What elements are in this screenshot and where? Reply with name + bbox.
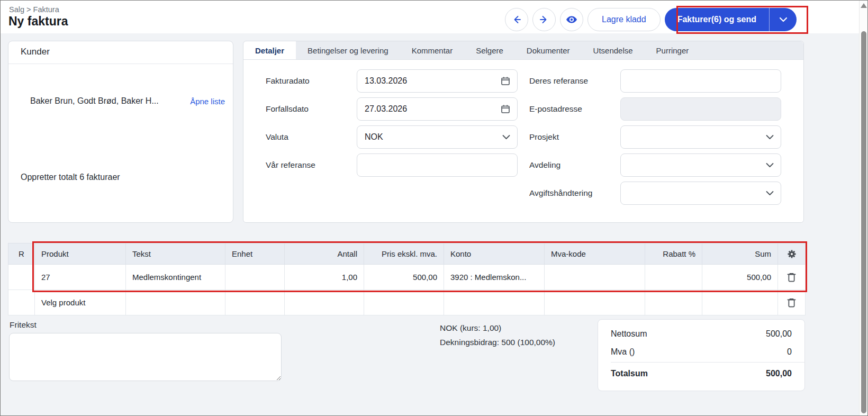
lines-header-row: R Produkt Tekst Enhet Antall Pris ekskl.… <box>8 243 806 265</box>
cell-antall[interactable] <box>285 290 364 315</box>
chevron-down-icon <box>766 191 774 196</box>
cell-mva-kode[interactable] <box>545 265 645 290</box>
new-line-row[interactable]: Velg produkt <box>8 290 806 315</box>
tab-detaljer[interactable]: Detaljer <box>243 41 296 59</box>
eye-icon <box>565 13 578 26</box>
col-header-konto: Konto <box>444 243 545 265</box>
arrow-left-icon <box>511 14 522 25</box>
back-button[interactable] <box>505 8 528 31</box>
vat-label: Mva () <box>611 347 635 357</box>
cell-produkt[interactable]: 27 <box>35 265 126 290</box>
gear-icon[interactable] <box>784 249 799 259</box>
fritekst-textarea[interactable] <box>9 333 282 381</box>
department-label: Avdeling <box>529 160 620 170</box>
chevron-down-icon <box>766 163 774 168</box>
chevron-down-icon <box>766 135 774 140</box>
cell-rabatt[interactable] <box>645 265 702 290</box>
tax-handling-label: Avgiftshåndtering <box>529 188 620 198</box>
cell-antall[interactable]: 1,00 <box>285 265 364 290</box>
customer-names: Baker Brun, Godt Brød, Baker H... <box>30 96 159 106</box>
cell-sum[interactable]: 500,00 <box>702 265 778 290</box>
invoice-count-note: Oppretter totalt 6 fakturaer <box>21 173 120 182</box>
our-reference-input[interactable] <box>365 160 496 170</box>
scrollbar-thumb[interactable] <box>861 31 866 413</box>
their-reference-label: Deres referanse <box>529 76 620 86</box>
cell-enhet[interactable] <box>225 290 285 315</box>
invoice-line-row[interactable]: 27 Medlemskontingent 1,00 500,00 3920 : … <box>8 265 806 290</box>
cell-tekst[interactable] <box>126 290 225 315</box>
save-draft-button[interactable]: Lagre kladd <box>587 8 661 31</box>
header-toolbar: Lagre kladd Fakturer(6) og send <box>505 8 797 31</box>
trash-icon[interactable] <box>784 297 799 308</box>
their-reference-field[interactable] <box>620 69 781 93</box>
col-header-enhet: Enhet <box>225 243 285 265</box>
cell-r <box>8 265 35 290</box>
trash-icon[interactable] <box>784 272 799 283</box>
customers-card: Kunder Baker Brun, Godt Brød, Baker H...… <box>8 41 233 223</box>
tab-utsendelse[interactable]: Utsendelse <box>582 41 645 59</box>
customers-heading: Kunder <box>8 41 233 64</box>
invoice-send-split-button: Fakturer(6) og send <box>665 8 797 31</box>
cell-r <box>8 290 35 315</box>
our-reference-field[interactable] <box>357 153 518 177</box>
page-title: Ny faktura <box>8 14 68 29</box>
due-date-field[interactable] <box>357 97 518 121</box>
totals-card: Nettosum 500,00 Mva () 0 Totalsum 500,00 <box>598 319 805 391</box>
col-header-sum: Sum <box>702 243 778 265</box>
department-select[interactable] <box>620 153 781 177</box>
cell-konto[interactable] <box>444 290 545 315</box>
contribution-margin-info: Dekningsbidrag: 500 (100,00%) <box>440 338 555 347</box>
arrow-right-icon <box>539 14 549 25</box>
form-column-left: Fakturadato Forfallsdato <box>266 69 518 177</box>
totals-divider <box>611 362 804 363</box>
details-tabbar: Detaljer Betingelser og levering Komment… <box>243 41 803 60</box>
email-input <box>628 104 760 114</box>
cell-produkt-placeholder[interactable]: Velg produkt <box>35 290 126 315</box>
scrollbar-up-arrow[interactable] <box>861 3 867 8</box>
netsum-row: Nettosum 500,00 <box>598 325 804 343</box>
currency-select[interactable]: NOK <box>357 125 518 149</box>
email-label: E-postadresse <box>529 104 620 114</box>
cell-enhet[interactable] <box>225 265 285 290</box>
preview-button[interactable] <box>560 8 583 31</box>
tab-purringer[interactable]: Purringer <box>645 41 701 59</box>
breadcrumb[interactable]: Salg > Faktura <box>9 5 59 14</box>
cell-sum[interactable] <box>702 290 778 315</box>
project-select[interactable] <box>620 125 781 149</box>
invoice-date-field[interactable] <box>357 69 518 93</box>
netsum-label: Nettosum <box>611 329 647 339</box>
cell-mva-kode[interactable] <box>545 290 645 315</box>
col-header-produkt: Produkt <box>35 243 126 265</box>
tab-betingelser-og-levering[interactable]: Betingelser og levering <box>296 41 400 59</box>
forward-button[interactable] <box>532 8 556 31</box>
their-reference-input[interactable] <box>628 76 760 86</box>
due-date-input[interactable] <box>365 104 496 114</box>
invoice-send-dropdown-button[interactable] <box>769 8 797 31</box>
chevron-down-icon <box>779 17 788 22</box>
cell-tekst[interactable]: Medlemskontingent <box>126 265 225 290</box>
our-reference-label: Vår referanse <box>266 160 357 170</box>
project-label: Prosjekt <box>529 132 620 142</box>
tab-dokumenter[interactable]: Dokumenter <box>515 41 582 59</box>
invoice-date-input[interactable] <box>365 76 496 86</box>
calendar-icon[interactable] <box>501 76 510 86</box>
cell-pris[interactable] <box>364 290 444 315</box>
invoice-send-button[interactable]: Fakturer(6) og send <box>665 8 769 31</box>
tax-handling-select[interactable] <box>620 182 781 205</box>
totalsum-label: Totalsum <box>611 369 648 378</box>
calendar-icon[interactable] <box>501 104 510 114</box>
page-header: Salg > Faktura Ny faktura <box>1 1 860 33</box>
currency-value: NOK <box>365 132 383 142</box>
details-form-panel: Fakturadato Forfallsdato <box>243 60 803 222</box>
tab-selgere[interactable]: Selgere <box>464 41 515 59</box>
currency-label: Valuta <box>266 132 357 142</box>
page-scrollbar[interactable] <box>859 1 867 415</box>
cell-rabatt[interactable] <box>645 290 702 315</box>
currency-rate-info: NOK (kurs: 1,00) <box>440 323 501 333</box>
col-header-mva-kode: Mva-kode <box>545 243 645 265</box>
cell-konto[interactable]: 3920 : Medlemskon... <box>444 265 545 290</box>
tab-kommentar[interactable]: Kommentar <box>400 41 465 59</box>
cell-pris[interactable]: 500,00 <box>364 265 444 290</box>
open-list-link[interactable]: Åpne liste <box>190 97 225 106</box>
fritekst-label: Fritekst <box>10 320 37 330</box>
